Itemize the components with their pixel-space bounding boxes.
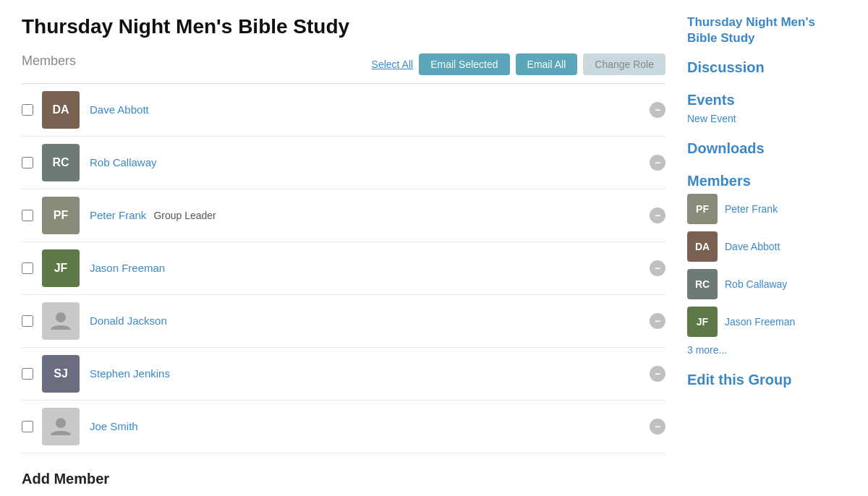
sidebar-avatar: RC <box>687 269 718 299</box>
sidebar-events-section: Events New Event <box>687 92 846 124</box>
remove-member-button[interactable]: − <box>650 313 665 329</box>
member-name-link[interactable]: Dave Abbott <box>90 103 149 116</box>
sidebar-member-item: JFJason Freeman <box>687 307 846 337</box>
member-item: PFPeter FrankGroup Leader− <box>22 189 665 242</box>
member-info: Rob Callaway <box>90 156 650 168</box>
sidebar-avatar: PF <box>687 194 718 224</box>
select-all-button[interactable]: Select All <box>372 59 414 70</box>
remove-member-button[interactable]: − <box>650 366 665 382</box>
avatar: DA <box>42 91 80 129</box>
member-name-link[interactable]: Stephen Jenkins <box>90 367 170 380</box>
members-list: DADave Abbott−RCRob Callaway−PFPeter Fra… <box>22 83 665 453</box>
remove-member-button[interactable]: − <box>650 102 665 118</box>
member-checkbox[interactable] <box>22 368 33 380</box>
remove-member-button[interactable]: − <box>650 208 665 223</box>
svg-point-0 <box>56 312 66 322</box>
member-item: JFJason Freeman− <box>22 242 665 295</box>
sidebar-members-section: Members PFPeter FrankDADave AbbottRCRob … <box>687 173 846 356</box>
sidebar-avatar: JF <box>687 307 718 337</box>
avatar: PF <box>42 197 80 234</box>
sidebar: Thursday Night Men's Bible Study Discuss… <box>687 14 846 496</box>
member-checkbox[interactable] <box>22 104 33 116</box>
sidebar-discussion-section: Discussion <box>687 59 846 76</box>
sidebar-members-link[interactable]: Members <box>687 173 846 189</box>
remove-member-button[interactable]: − <box>650 419 665 435</box>
add-member-title: Add Member <box>22 471 665 487</box>
member-item: SJStephen Jenkins− <box>22 348 665 401</box>
member-info: Joe Smith <box>90 420 650 432</box>
sidebar-new-event-link[interactable]: New Event <box>687 113 846 124</box>
member-role: Group Leader <box>153 210 216 221</box>
member-item: Donald Jackson− <box>22 295 665 348</box>
member-name-link[interactable]: Rob Callaway <box>90 156 157 168</box>
remove-member-button[interactable]: − <box>650 155 665 171</box>
sidebar-member-name-link[interactable]: Jason Freeman <box>725 316 795 328</box>
sidebar-events-link[interactable]: Events <box>687 92 846 108</box>
add-member-section: Add Member All MembersRequests <box>22 471 665 496</box>
page-title: Thursday Night Men's Bible Study <box>22 14 665 39</box>
member-checkbox[interactable] <box>22 421 33 432</box>
member-info: Jason Freeman <box>90 262 650 274</box>
sidebar-group-title[interactable]: Thursday Night Men's Bible Study <box>687 14 846 46</box>
avatar: RC <box>42 144 80 181</box>
avatar <box>42 408 80 445</box>
member-info: Peter FrankGroup Leader <box>90 209 650 221</box>
sidebar-members-list: PFPeter FrankDADave AbbottRCRob Callaway… <box>687 194 846 337</box>
sidebar-member-item: PFPeter Frank <box>687 194 846 224</box>
avatar: SJ <box>42 355 80 393</box>
sidebar-downloads-section: Downloads <box>687 140 846 157</box>
change-role-button[interactable]: Change Role <box>583 54 665 75</box>
members-actions: Select All Email Selected Email All Chan… <box>372 54 665 75</box>
svg-point-1 <box>56 418 66 428</box>
sidebar-downloads-link[interactable]: Downloads <box>687 140 846 157</box>
sidebar-member-item: RCRob Callaway <box>687 269 846 299</box>
member-checkbox[interactable] <box>22 157 33 168</box>
member-item: RCRob Callaway− <box>22 137 665 189</box>
member-name-link[interactable]: Donald Jackson <box>90 315 167 327</box>
sidebar-member-name-link[interactable]: Peter Frank <box>725 203 778 215</box>
member-checkbox[interactable] <box>22 262 33 274</box>
sidebar-edit-link[interactable]: Edit this Group <box>687 372 846 388</box>
member-name-link[interactable]: Jason Freeman <box>90 262 165 274</box>
sidebar-member-item: DADave Abbott <box>687 231 846 262</box>
member-checkbox[interactable] <box>22 210 33 221</box>
member-name-link[interactable]: Joe Smith <box>90 420 138 432</box>
email-selected-button[interactable]: Email Selected <box>419 54 509 75</box>
member-checkbox[interactable] <box>22 315 33 327</box>
member-info: Dave Abbott <box>90 103 650 116</box>
member-name-link[interactable]: Peter Frank <box>90 209 146 221</box>
sidebar-member-name-link[interactable]: Dave Abbott <box>725 241 780 252</box>
sidebar-edit-section: Edit this Group <box>687 372 846 388</box>
sidebar-member-name-link[interactable]: Rob Callaway <box>725 278 787 290</box>
members-heading: Members <box>22 54 76 69</box>
sidebar-discussion-link[interactable]: Discussion <box>687 59 846 76</box>
avatar: JF <box>42 249 80 287</box>
member-info: Stephen Jenkins <box>90 367 650 380</box>
member-item: Joe Smith− <box>22 401 665 453</box>
sidebar-avatar: DA <box>687 231 718 262</box>
member-item: DADave Abbott− <box>22 84 665 137</box>
email-all-button[interactable]: Email All <box>516 54 578 75</box>
member-info: Donald Jackson <box>90 315 650 327</box>
avatar <box>42 302 80 340</box>
sidebar-more-link[interactable]: 3 more... <box>687 344 846 356</box>
remove-member-button[interactable]: − <box>650 260 665 276</box>
